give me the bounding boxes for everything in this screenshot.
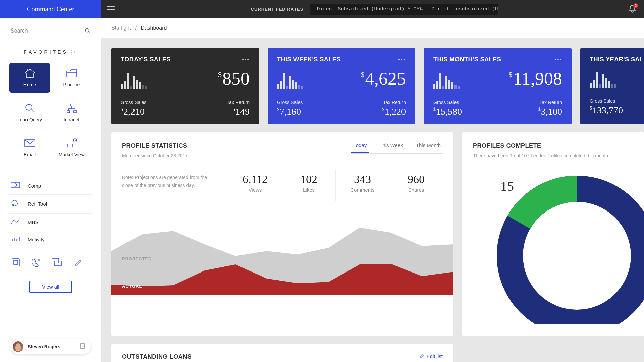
projection-note: Note: Projections are generated from the… [122,170,228,201]
folder-icon [66,68,77,79]
stat-shares: 960Shares [389,170,443,201]
card-value: $850 [218,68,250,89]
add-favorite-icon[interactable]: + [71,49,77,55]
fav-label: Intranet [64,117,79,122]
gross-label: Gross Sales [590,98,623,104]
breadcrumb-current: Dashboard [141,25,167,31]
tab-week[interactable]: This Week [377,142,405,153]
gauge-icon [11,236,21,243]
panel-title: PROFILE STATISTICS [122,142,188,149]
rates-ticker: Direct Subsidized (Undergrad) 5.05% … Di… [310,4,498,15]
card-title: THIS WEEK'S SALES [277,56,341,63]
menu-toggle-button[interactable] [101,0,120,18]
tax-value: $1,220 [382,106,406,117]
logout-icon[interactable] [80,343,86,350]
sidebar-item-intranet[interactable]: Intranet [51,98,92,127]
svg-rect-8 [70,104,73,106]
list-item-comp[interactable]: Comp [9,177,92,195]
svg-point-6 [26,104,32,110]
list-label: Refi Tool [28,201,47,207]
list-label: Motivity [28,237,45,242]
panel-title: OUTSTANDING LOANS [122,353,192,360]
svg-rect-33 [52,258,59,263]
breadcrumb-root[interactable]: Starlight [111,25,131,31]
search-icon[interactable] [85,28,91,35]
chat-icon[interactable] [52,258,62,269]
main: CURRENT FED RATES Direct Subsidized (Und… [101,0,644,362]
tax-label: Tax Return [227,100,250,105]
card-menu-icon[interactable]: ••• [242,57,250,63]
network-icon [66,103,77,114]
fav-label: Pipeline [63,82,80,87]
donut-count: 15 [500,178,514,194]
user-card[interactable]: Steven Rogers [11,339,91,354]
home-icon [24,68,36,79]
gross-label: Gross Sales [433,100,462,105]
svg-rect-3 [29,75,31,78]
fav-label: Loan Query [17,117,42,122]
list-label: Comp [28,183,41,189]
sidebar-item-email[interactable]: Email [9,133,50,162]
divider [9,176,92,176]
quick-actions [9,248,92,277]
notification-count: 2 [633,3,638,8]
card-value: $11,908 [509,68,562,89]
list-item-mbs[interactable]: MBS [9,214,92,231]
tab-today[interactable]: Today [351,142,369,153]
list-item-refi[interactable]: Refi Tool [9,195,92,214]
profile-stats-panel: PROFILE STATISTICS Member since October … [111,132,453,336]
notifications-button[interactable]: 2 [629,5,636,14]
card-title: TODAY'S SALES [121,56,171,63]
card-menu-icon[interactable]: ••• [554,57,562,63]
svg-rect-10 [74,111,76,113]
card-title: THIS YEAR'S SALES [590,56,644,63]
topbar: CURRENT FED RATES Direct Subsidized (Und… [101,0,644,18]
sales-cards: TODAY'S SALES ••• $850 Gross Sales$2,210… [111,48,644,124]
svg-point-23 [14,184,17,186]
sidebar-item-pipeline[interactable]: Pipeline [51,63,92,93]
phone-icon[interactable] [32,258,40,269]
rates-label: CURRENT FED RATES [251,7,304,12]
search-input[interactable] [9,25,92,37]
note-icon[interactable] [11,258,20,269]
sidebar-item-loan-query[interactable]: Loan Query [9,98,50,127]
card-title: THIS MONTH'S SALES [433,56,501,63]
sidebar: Command Center FAVORITES + Home Pip [0,0,101,362]
tab-month[interactable]: This Month [414,142,443,153]
tax-value: $3,100 [538,106,562,117]
gross-label: Gross Sales [277,100,303,105]
magnifier-icon [25,103,35,114]
favorites-grid: Home Pipeline Loan Query Intranet Email [9,63,92,162]
card-menu-icon[interactable]: ••• [398,57,406,63]
user-name: Steven Rogers [28,344,76,349]
tax-label: Tax Return [539,100,562,105]
sidebar-item-home[interactable]: Home [9,63,50,93]
legend-projected: PROJECTED [122,256,152,261]
breadcrumb: Starlight / Dashboard [101,18,644,38]
sales-card-month: THIS MONTH'S SALES••• $11,908 Gross Sale… [424,48,572,124]
list-label: MBS [28,219,39,225]
sidebar-item-market-view[interactable]: Market View [51,133,92,162]
sales-card-year: THIS YEAR'S SALES $105, Gross Sales$133,… [580,48,644,124]
sparkline-icon [121,71,147,89]
view-all-button[interactable]: View all [29,281,72,293]
favorites-heading: FAVORITES + [9,49,92,55]
svg-line-7 [31,110,34,112]
edit-icon[interactable] [73,258,82,269]
list-item-motivity[interactable]: Motivity [9,231,92,248]
stat-row: Note: Projections are generated from the… [122,170,443,201]
mail-icon [24,138,36,148]
gross-value: $7,160 [277,106,303,117]
svg-rect-25 [11,237,20,241]
sparkline-icon [590,70,616,88]
svg-rect-29 [12,259,19,266]
stat-likes: 102Likes [282,170,335,201]
donut-chart: 15 [473,167,633,326]
member-since: Member since October 23,2017 [122,153,188,158]
edit-list-button[interactable]: Edit list [419,353,443,359]
loans-panel: OUTSTANDING LOANS As of 7:00 AM, July 20… [111,344,453,362]
svg-line-1 [88,32,90,33]
svg-rect-2 [26,73,33,78]
stat-comments: 343Comments [335,170,389,201]
app-title: Command Center [0,0,101,18]
